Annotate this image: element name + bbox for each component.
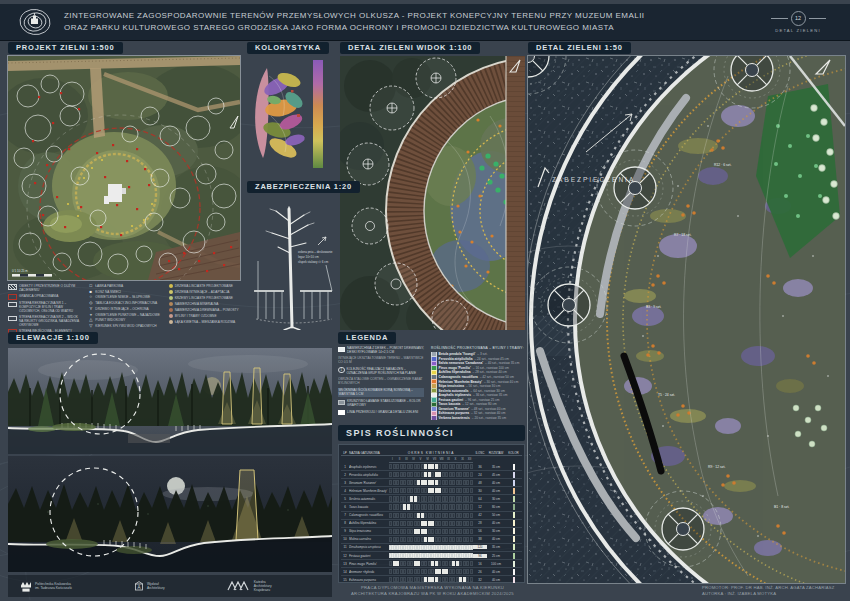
table-row: 3 Geranium 'Rozanne' 48 40 cm [341, 479, 522, 487]
plant-info: – 56 szt., rozstaw 30 cm [466, 384, 500, 388]
plant-name: Verbena bonariensis [439, 416, 470, 420]
row-number: 10 [341, 537, 349, 541]
plant-name: Perovskia atriplicifolia [439, 357, 473, 361]
row-number: 6 [341, 505, 349, 509]
title-line-2: ORAZ PARKU KULTUROWEGO STAREGO GRODZISKA… [64, 22, 645, 34]
row-color-swatch [513, 512, 515, 518]
row-species: Molinia caerulea [349, 537, 389, 541]
row-qty: 48 [473, 481, 487, 485]
plant-info: – 16 szt., rozstaw 100 cm [473, 366, 509, 370]
row-number: 12 [341, 554, 349, 558]
month-label: IV [410, 457, 417, 461]
row-species: Stipa tenuissima [349, 529, 389, 533]
table-row: 11 Deschampsia cespitosa 120 35 cm [341, 544, 522, 552]
row-spacing: 35 cm [487, 465, 505, 469]
plant-info: – 32 szt., rozstaw 40 cm [471, 411, 505, 415]
poster: ZINTEGROWANE ZAGOSPODAROWNIE TERENÓW PRZ… [0, 0, 850, 601]
logos-bar: Politechnika Krakowska im. Tadeusza Kośc… [8, 575, 332, 597]
row-species: Deschampsia cespitosa [349, 545, 389, 549]
bloom-calendar [389, 577, 473, 582]
row-spacing: 40 cm [487, 578, 505, 582]
row-qty: 24 [473, 473, 487, 477]
header-bar: ZINTEGROWANE ZAGOSPODAROWNIE TERENÓW PRZ… [0, 4, 850, 41]
legenda-item: 1 KOLEJNOŚĆ REALIZACJI NASADZEŃ – OZNACZ… [338, 367, 424, 375]
legend-col-planting: DRZEWA LIŚCIASTE PROJEKTOWANE DRZEWA IST… [169, 284, 242, 328]
legenda-label: KRUSZYWO ŁAMANE STABILIZOWANE – KOLOR GR… [347, 399, 424, 407]
legend-item: Y DRZEWO ISTNIEJĄCE – OCHRONA [88, 307, 161, 311]
pk-crest-icon [20, 580, 32, 593]
plant-name: Pinus mugo 'Pumilio' [439, 366, 471, 370]
legend-item: OBIEKTY I PRZESTRZENIE O DUŻYM ZACIENIEN… [8, 284, 81, 292]
row-qty: 32 [473, 578, 487, 582]
row-qty: 64 [473, 497, 487, 501]
row-color-cell [505, 497, 522, 501]
bloom-calendar [389, 488, 473, 493]
poster-title: ZINTEGROWANE ZAGOSPODAROWNIE TERENÓW PRZ… [64, 10, 645, 35]
legend-circle-swatch [169, 284, 173, 288]
plant-name: Anaphalis triplinervis [439, 393, 471, 397]
bed-label-4: T5 · 24 szt. [658, 393, 675, 397]
legenda-left: NAWIERZCHNIA Z DESEK – POMOST DREWNIANY,… [338, 346, 424, 424]
month-label: VII [431, 457, 438, 461]
zab-note-3: słupek stalowy ∅ 6 cm [298, 260, 329, 264]
plant-info: – 12 szt., rozstaw 80 cm [462, 402, 496, 406]
row-qty: 42 [473, 513, 487, 517]
legenda-item: WŁÓKNINA I ŚCIÓŁKOWANIE KORĄ SOSNOWĄ – W… [338, 388, 424, 397]
site-plan-1-500: 0 5 10 25 m [8, 56, 240, 280]
legenda-plants-header: ROŚLINNOŚĆ PROJEKTOWANA – BYLINY I TRAWY… [431, 346, 525, 350]
row-species: Perovskia atriplicifolia [349, 473, 389, 477]
legend-item: DRZEWA ISTNIEJĄCE – ADAPTACJA [169, 290, 242, 294]
row-color-swatch [513, 536, 515, 542]
legend-glyph-icon: Y [88, 307, 93, 311]
legend-circle-swatch [169, 320, 173, 324]
legend-glyph-icon: ○ [88, 295, 93, 299]
legend-circle-swatch [169, 302, 173, 306]
row-color-cell [505, 473, 522, 477]
row-number: 8 [341, 521, 349, 525]
row-color-swatch [513, 544, 515, 550]
logo-wydzial: A Wydział Architektury [134, 581, 165, 591]
scale-note: 0 5 10 25 m [12, 269, 28, 273]
col-qty: ILOŚĆ [473, 451, 487, 455]
bed-label-2: R7 · 18 szt. [674, 233, 691, 237]
zab-note-2: legar 10×10 cm [298, 255, 319, 259]
month-label: III [403, 457, 410, 461]
sheet-number: 12 [791, 11, 806, 26]
row-color-cell [505, 513, 522, 517]
legend-label: PUNKT WIDOKOWY [95, 318, 125, 322]
month-label: II [396, 457, 403, 461]
bed-label-1: R12 · 6 szt. [714, 163, 731, 167]
plant-info: – 40 szt., rozstaw 35 cm [485, 361, 519, 365]
bloom-calendar [389, 521, 473, 526]
plant-info: – 64 szt., rozstaw 30 cm [471, 389, 505, 393]
table-row: 2 Perovskia atriplicifolia 24 45 cm [341, 471, 522, 479]
row-color-swatch [513, 561, 515, 567]
legend-label: OŚWIETLENIE NISKIE – SŁUPKOWE [95, 295, 150, 299]
badge-line-left [771, 18, 788, 19]
row-qty: 16 [473, 562, 487, 566]
title-line-1: ZINTEGROWANE ZAGOSPODAROWNIE TERENÓW PRZ… [64, 10, 645, 22]
legend-glyph-icon: △ [88, 318, 93, 322]
row-species: Taxus baccata [349, 505, 389, 509]
table-row: 8 Achillea filipendulina 28 40 cm [341, 520, 522, 528]
legend-item: NAWIERZCHNIA MINERALNA [169, 302, 242, 306]
row-color-cell [505, 578, 522, 582]
legenda-label: LINIA PRZEKROJU / GRANICA DETALU ZIELENI [347, 410, 418, 416]
legenda-item: NAWIERZCHNIA Z DESEK – POMOST DREWNIANY,… [338, 346, 424, 354]
legend-item: BYLINY I TRAWY OZDOBNE [169, 314, 242, 318]
row-color-cell [505, 489, 522, 493]
legenda-chip [338, 410, 345, 415]
logo-katedra-line3: Krajobrazu [254, 588, 272, 592]
legend-glyph-icon: ⌖ [88, 313, 93, 317]
legend-label: ŁAWKA PARKOWA [95, 284, 123, 288]
elevation-night [8, 456, 332, 572]
plant-info: – 48 szt., rozstaw 40 cm [471, 407, 505, 411]
legenda-item: ISTNIEJĄCE UKSZTAŁTOWANIE TERENU – WARST… [338, 356, 424, 364]
legend-item: △ PUNKT WIDOKOWY [88, 318, 161, 322]
bloom-calendar [389, 480, 473, 485]
col-bloom-title: OKRES KWITNIENIA [389, 451, 473, 455]
legend-item: KRZEWY LIŚCIASTE PROJEKTOWANE [169, 296, 242, 300]
legend-item: GRANICA OPRACOWANIA [8, 294, 81, 300]
row-spacing: 40 cm [487, 521, 505, 525]
row-spacing: 30 cm [487, 529, 505, 533]
